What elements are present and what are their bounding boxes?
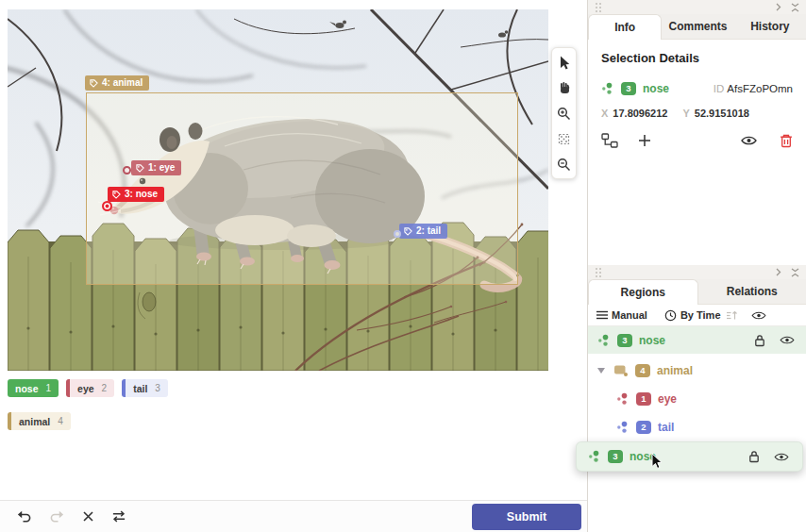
- x-value: 17.8096212: [613, 108, 667, 119]
- redo-button[interactable]: [49, 509, 64, 524]
- label-button-tail[interactable]: tail 3: [122, 379, 168, 397]
- eye-icon[interactable]: [780, 335, 795, 345]
- zoom-out-icon: [557, 158, 571, 172]
- zoom-out-button[interactable]: [554, 155, 574, 174]
- chevron-right-icon[interactable]: [776, 3, 781, 11]
- zoom-in-icon: [557, 107, 571, 121]
- fit-screen-button[interactable]: [554, 129, 574, 148]
- clock-icon: [664, 309, 677, 322]
- tab-relations[interactable]: Relations: [698, 279, 806, 304]
- regions-tabbar: Regions Relations: [588, 279, 806, 305]
- region-index-badge: 3: [617, 334, 632, 347]
- region-tag-label: 2: tail: [416, 224, 441, 239]
- y-value: 52.9151018: [695, 108, 749, 119]
- keypoint-eye[interactable]: [123, 166, 131, 175]
- tag-icon: [112, 191, 121, 199]
- selected-region-summary: 3 nose IDAfsFZoPOmn: [601, 82, 793, 95]
- tab-regions[interactable]: Regions: [588, 279, 698, 305]
- region-tag-label: 3: nose: [125, 187, 158, 202]
- lock-icon[interactable]: [748, 450, 760, 463]
- mouse-cursor: [651, 453, 663, 470]
- region-id: IDAfsFZoPOmn: [714, 83, 793, 94]
- relation-icon[interactable]: [601, 133, 618, 148]
- keypoint-nose[interactable]: [102, 201, 112, 211]
- regions-toolbar: Manual By Time: [588, 305, 806, 326]
- label-hotkey: 1: [46, 383, 52, 393]
- eye-icon[interactable]: [774, 452, 789, 462]
- tag-icon: [136, 164, 144, 173]
- eye-icon[interactable]: [741, 135, 757, 146]
- keypoints-icon: [597, 334, 611, 347]
- pan-tool-button[interactable]: [554, 78, 574, 97]
- label-hotkey: 4: [58, 416, 63, 426]
- drag-handle-icon[interactable]: [595, 267, 602, 278]
- cursor-tool-button[interactable]: [554, 53, 574, 72]
- region-row-eye[interactable]: 1 eye: [588, 385, 806, 412]
- region-tag-nose[interactable]: 3: nose: [108, 187, 164, 202]
- lock-icon[interactable]: [754, 334, 765, 347]
- sort-order-icon[interactable]: [726, 310, 738, 321]
- region-label: animal: [657, 364, 693, 377]
- toggle-all-visibility-icon[interactable]: [751, 310, 766, 321]
- region-label: tail: [658, 421, 674, 434]
- drag-handle-icon[interactable]: [595, 2, 602, 13]
- trash-icon[interactable]: [780, 134, 793, 148]
- zoom-in-button[interactable]: [554, 104, 574, 123]
- region-index-badge: 4: [635, 364, 650, 377]
- regions-list: 3 nose 4 animal: [588, 326, 806, 441]
- tag-icon: [90, 79, 98, 88]
- region-tag-tail[interactable]: 2: tail: [399, 224, 447, 239]
- region-index-badge: 3: [608, 450, 623, 463]
- info-tabbar: Info Comments History: [588, 14, 806, 40]
- region-index-badge: 1: [636, 392, 651, 406]
- bottom-control-bar: Submit: [0, 500, 587, 532]
- region-index-badge: 3: [621, 82, 636, 95]
- label-text: nose: [15, 383, 39, 394]
- region-row-nose-dragging[interactable]: 3 nose: [576, 441, 803, 472]
- region-row-tail[interactable]: 2 tail: [588, 413, 806, 441]
- collapse-icon[interactable]: [791, 3, 799, 12]
- tab-comments[interactable]: Comments: [662, 14, 733, 39]
- tag-icon: [404, 227, 412, 236]
- clear-annotation-button[interactable]: [80, 509, 95, 524]
- tab-info[interactable]: Info: [588, 14, 662, 40]
- keypoint-tail[interactable]: [394, 230, 401, 238]
- submit-button[interactable]: Submit: [472, 504, 581, 530]
- regions-panel-header: [588, 265, 806, 279]
- region-index-badge: 2: [636, 421, 651, 434]
- expand-caret-icon[interactable]: [597, 368, 605, 374]
- fit-screen-icon: [557, 132, 571, 146]
- plus-icon[interactable]: [638, 134, 651, 147]
- label-button-eye[interactable]: eye 2: [66, 379, 114, 397]
- region-tag-eye[interactable]: 1: eye: [131, 160, 181, 175]
- region-row-animal[interactable]: 4 animal: [588, 357, 806, 384]
- group-manual-button[interactable]: Manual: [596, 309, 647, 321]
- chevron-right-icon[interactable]: [776, 268, 781, 276]
- region-row-nose[interactable]: 3 nose: [588, 326, 806, 354]
- region-id-value: AfsFZoPOmn: [727, 83, 793, 94]
- keypoints-icon: [616, 392, 630, 406]
- rectangle-region-icon: [613, 364, 629, 377]
- region-tag-animal[interactable]: 4: animal: [85, 75, 149, 91]
- label-button-animal[interactable]: animal 4: [8, 412, 71, 430]
- info-panel-header: [588, 0, 806, 14]
- annotation-workspace: 4: animal 1: eye 3: nose 2: tail: [0, 0, 587, 532]
- undo-button[interactable]: [17, 509, 32, 524]
- region-coordinates: X 17.8096212 Y 52.9151018: [601, 108, 793, 119]
- label-palette: nose 1 eye 2 tail 3 animal 4: [8, 379, 574, 445]
- collapse-icon[interactable]: [791, 268, 799, 277]
- tab-history[interactable]: History: [734, 14, 806, 39]
- swap-view-button[interactable]: [111, 509, 126, 524]
- region-tag-label: 4: animal: [102, 75, 143, 91]
- label-text: animal: [19, 416, 50, 427]
- image-canvas[interactable]: 4: animal 1: eye 3: nose 2: tail: [8, 9, 548, 371]
- label-button-nose[interactable]: nose 1: [8, 379, 59, 397]
- label-hotkey: 2: [102, 383, 108, 393]
- sort-by-time-button[interactable]: By Time: [664, 309, 721, 322]
- hand-icon: [557, 80, 572, 95]
- selection-details-title: Selection Details: [601, 51, 793, 65]
- label-text: eye: [77, 383, 94, 394]
- sort-by-time-label: By Time: [680, 309, 721, 321]
- region-tag-label: 1: eye: [148, 160, 175, 175]
- keypoints-icon: [616, 421, 630, 434]
